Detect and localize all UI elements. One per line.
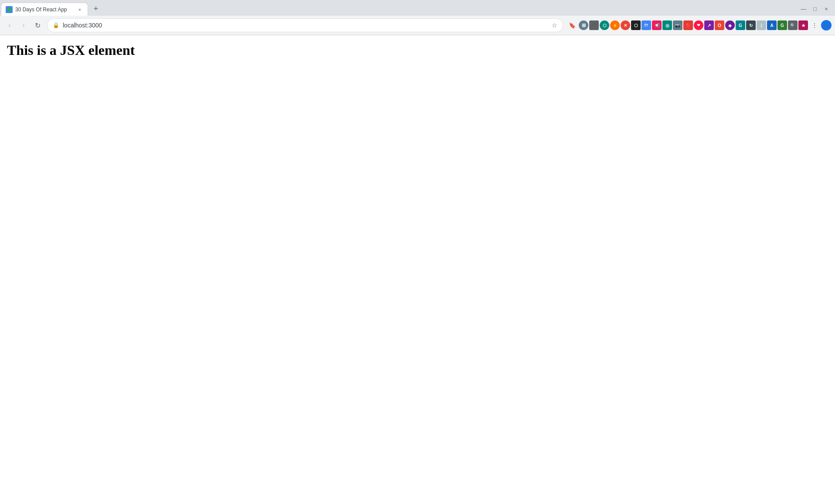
new-tab-button[interactable]: + [90, 3, 102, 15]
ext-icon-5[interactable]: ✕ [621, 20, 630, 30]
ext-icon-17[interactable]: ↻ [746, 20, 756, 30]
ext-icon-7[interactable]: f? [642, 20, 651, 30]
ext-icon-19[interactable]: A [767, 20, 777, 30]
address-bar[interactable] [63, 22, 548, 29]
reload-button[interactable]: ↻ [31, 19, 44, 31]
minimize-button[interactable]: — [798, 3, 809, 14]
close-button[interactable]: × [821, 3, 832, 14]
ext-icon-1[interactable]: ⊞ [579, 20, 588, 30]
ext-icon-11[interactable]: 🔴 [683, 20, 693, 30]
ext-icon-10[interactable]: 📷 [673, 20, 682, 30]
nav-bar: ‹ › ↻ 🔒 ☆ 🔖 ⊞ 🎧 ⬡ ⚡ ✕ ⬡ f? 📢 ◎ 📷 🔴 ❤ ↗ O [0, 16, 835, 35]
tab-bar: 30 Days Of React App × + — □ × [0, 0, 835, 16]
tab-close-button[interactable]: × [76, 6, 83, 13]
nav-right-icons: 🔖 ⊞ 🎧 ⬡ ⚡ ✕ ⬡ f? 📢 ◎ 📷 🔴 ❤ ↗ O ◈ G ↻ ⟩ A… [567, 20, 832, 31]
page-heading: This is a JSX element [0, 39, 835, 62]
page-content: This is a JSX element [0, 35, 835, 62]
ext-icon-14[interactable]: O [715, 20, 724, 30]
tab-bar-right: — □ × [102, 3, 835, 16]
back-button[interactable]: ‹ [3, 19, 16, 31]
ext-icon-4[interactable]: ⚡ [610, 20, 620, 30]
address-bar-container[interactable]: 🔒 ☆ [47, 18, 563, 32]
active-tab[interactable]: 30 Days Of React App × [1, 3, 88, 16]
maximize-button[interactable]: □ [810, 3, 820, 14]
ext-icon-2[interactable]: 🎧 [589, 20, 599, 30]
browser-chrome: 30 Days Of React App × + — □ × ‹ › ↻ 🔒 ☆… [0, 0, 835, 35]
ext-icon-15[interactable]: ◈ [725, 20, 735, 30]
ext-icon-22[interactable]: ★ [798, 20, 808, 30]
ext-icon-9[interactable]: ◎ [662, 20, 672, 30]
ext-icon-12[interactable]: ❤ [694, 20, 703, 30]
ext-icon-6[interactable]: ⬡ [631, 20, 641, 30]
extensions-button[interactable]: ⋮ [809, 20, 820, 31]
bookmarks-icon[interactable]: 🔖 [567, 20, 578, 31]
ext-icon-13[interactable]: ↗ [704, 20, 714, 30]
ext-icon-21[interactable]: 🔍 [788, 20, 798, 30]
bookmark-icon[interactable]: ☆ [552, 22, 557, 29]
window-controls: — □ × [798, 3, 832, 14]
lock-icon: 🔒 [53, 22, 59, 28]
ext-icon-16[interactable]: G [736, 20, 745, 30]
ext-icon-3[interactable]: ⬡ [600, 20, 609, 30]
ext-icon-18[interactable]: ⟩ [757, 20, 766, 30]
forward-button[interactable]: › [17, 19, 30, 31]
profile-avatar[interactable]: 👤 [821, 20, 832, 30]
tab-favicon [6, 6, 13, 13]
ext-icon-20[interactable]: G [777, 20, 787, 30]
ext-icon-8[interactable]: 📢 [652, 20, 662, 30]
tab-title: 30 Days Of React App [15, 7, 75, 13]
